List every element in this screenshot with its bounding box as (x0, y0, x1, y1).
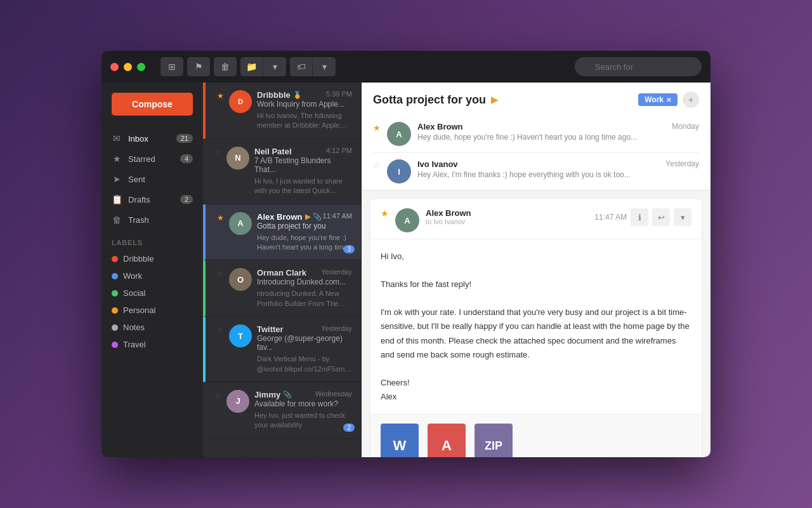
list-item[interactable]: ★ A Alex Brown ▶ 📎 11:47 AM Gotta projec… (203, 204, 361, 261)
compose-button[interactable]: Compose (112, 93, 193, 116)
list-item[interactable]: ☆ O Orman Clark Yesterday Introducing Du… (203, 260, 361, 317)
tag-dropdown-button[interactable]: ▾ (313, 57, 336, 76)
thread-star-icon: ★ (373, 122, 381, 133)
app-window: ⊞ ⚑ 🗑 📁 ▾ 🏷 ▾ (102, 51, 710, 457)
thread-info: Alex Brown Hey dude, hope you're fine :)… (417, 122, 665, 142)
email-star-icon: ★ (381, 208, 389, 218)
sidebar-item-sent[interactable]: ➤ Sent (102, 169, 203, 189)
work-tag[interactable]: Work ✕ (638, 93, 678, 106)
plus-icon: + (688, 95, 693, 105)
thread-time: Monday (672, 122, 699, 131)
email-body-line-2: Thanks for the fast reply! (381, 277, 691, 291)
orange-tag-icon: ▶ (305, 213, 310, 221)
list-item[interactable]: ☆ J Jimmy 📎 Wednesday Available for more… (203, 382, 361, 439)
message-subject: Available for more work? (254, 399, 352, 408)
message-time: 11:47 AM (323, 212, 352, 220)
message-preview: ntroducing Dunked. A New Portfolio Build… (257, 289, 352, 309)
list-item[interactable]: ☆ T Twitter Yesterday George (@super-geo… (203, 317, 361, 382)
detail-panel: Gotta project for you ▶ Work ✕ + (362, 83, 710, 457)
personal-dot (112, 307, 118, 314)
archive-button[interactable]: ⊞ (160, 57, 183, 76)
thread-entry-2[interactable]: ☆ I Ivo Ivanov Hey Alex, I'm fine thanks… (373, 153, 699, 190)
sidebar-item-drafts[interactable]: 📋 Drafts 2 (102, 189, 203, 210)
label-notes[interactable]: Notes (102, 319, 203, 336)
flag-button[interactable]: ⚑ (187, 57, 210, 76)
search-input[interactable] (575, 57, 702, 76)
minimize-button[interactable] (124, 63, 132, 71)
tag-icon: 🏷 (297, 62, 306, 72)
list-item[interactable]: ☆ N Neil Patel 4:12 PM 7 A/B Testing Blu… (203, 139, 361, 204)
sidebar-item-starred[interactable]: ★ Starred 4 (102, 149, 203, 169)
delete-button[interactable]: 🗑 (214, 57, 237, 76)
message-time: Yesterday (321, 268, 352, 276)
star-empty-icon: ☆ (214, 147, 221, 157)
sender-name: Neil Patel (254, 147, 292, 156)
email-detail-sender: Alex Brown (426, 208, 588, 218)
sender-name: Jimmy (254, 390, 280, 399)
thread-avatar-2: I (387, 159, 411, 184)
chevron-down-icon-2: ▾ (322, 62, 327, 72)
sidebar-item-trash[interactable]: 🗑 Trash (102, 210, 203, 230)
thread-avatar: A (387, 122, 411, 146)
label-notes-label: Notes (123, 323, 145, 332)
thread-time-2: Yesterday (665, 159, 699, 168)
sidebar-item-starred-label: Starred (128, 154, 155, 164)
attachment-3[interactable]: ZIP Wireframes (475, 424, 513, 457)
star-empty-icon: ☆ (217, 268, 224, 278)
tag-close-icon: ✕ (666, 97, 671, 104)
thread-info-2: Ivo Ivanov Hey Alex, I'm fine thanks :) … (417, 159, 659, 179)
label-personal-label: Personal (123, 305, 155, 315)
avatar: A (229, 212, 252, 235)
sidebar-item-inbox[interactable]: ✉ Inbox 21 (102, 128, 203, 149)
inbox-icon: ✉ (112, 133, 122, 144)
message-preview: Hi Ivo, I just wanted to share with you … (254, 177, 352, 196)
more-button[interactable]: ▾ (674, 208, 691, 226)
list-item[interactable]: ★ D Dribbble 🏅 5:39 PM Work Inquiry from… (203, 83, 361, 139)
message-time: Yesterday (321, 324, 352, 332)
email-body-signature: Alex (381, 390, 691, 404)
sender-name: Dribbble (257, 90, 291, 100)
info-button[interactable]: ℹ (631, 208, 648, 226)
label-social-label: Social (123, 288, 145, 298)
folder-button[interactable]: 📁 (240, 57, 263, 76)
message-time: 4:12 PM (326, 147, 352, 154)
label-dribbble[interactable]: Dribbble (102, 250, 203, 267)
message-meta: Orman Clark Yesterday Introducing Dunked… (257, 268, 352, 309)
close-button[interactable] (110, 63, 119, 71)
star-empty-icon: ☆ (214, 390, 221, 400)
travel-dot (112, 342, 118, 348)
info-icon: ℹ (638, 213, 641, 222)
label-personal[interactable]: Personal (102, 302, 203, 319)
email-detail-header: ★ A Alex Brown to Ivo Ivanov 11:47 AM ℹ (370, 199, 702, 239)
attachment-1[interactable]: W Specificat... (381, 424, 419, 457)
email-detail-time: 11:47 AM (594, 213, 627, 222)
thread-preview: Hey dude, hope you're fine :) Haven't he… (417, 133, 665, 142)
message-meta: Alex Brown ▶ 📎 11:47 AM Gotta project fo… (257, 212, 352, 253)
flag-icon: ⚑ (195, 62, 203, 72)
folder-dropdown-button[interactable]: ▾ (263, 57, 286, 76)
attachments-area: W Specificat... A Contract Z (370, 414, 702, 457)
dribbble-dot (112, 256, 118, 262)
message-subject: George (@super-george) fav... (257, 334, 352, 352)
reply-button[interactable]: ↩ (652, 208, 670, 226)
sidebar-item-inbox-label: Inbox (128, 134, 148, 144)
label-travel[interactable]: Travel (102, 336, 203, 353)
toolbar-buttons: ⊞ ⚑ 🗑 📁 ▾ 🏷 ▾ (160, 57, 336, 76)
email-detail-avatar: A (395, 208, 419, 232)
maximize-button[interactable] (137, 63, 145, 71)
chevron-down-icon: ▾ (273, 62, 277, 72)
drafts-icon: 📋 (112, 194, 122, 204)
label-travel-label: Travel (123, 340, 146, 349)
tag-orange-icon: ▶ (491, 95, 498, 105)
attach-icon-2: 📎 (283, 391, 292, 399)
add-tag-button[interactable]: + (683, 91, 699, 108)
label-social[interactable]: Social (102, 284, 203, 302)
tag-button[interactable]: 🏷 (290, 57, 313, 76)
attachment-2[interactable]: A Contract (428, 424, 466, 457)
email-detail: ★ A Alex Brown to Ivo Ivanov 11:47 AM ℹ (370, 199, 702, 457)
avatar: D (229, 90, 252, 113)
label-work[interactable]: Work (102, 267, 203, 284)
thread-entry[interactable]: ★ A Alex Brown Hey dude, hope you're fin… (373, 116, 699, 153)
star-icon: ★ (217, 90, 224, 100)
starred-badge: 4 (180, 154, 193, 163)
